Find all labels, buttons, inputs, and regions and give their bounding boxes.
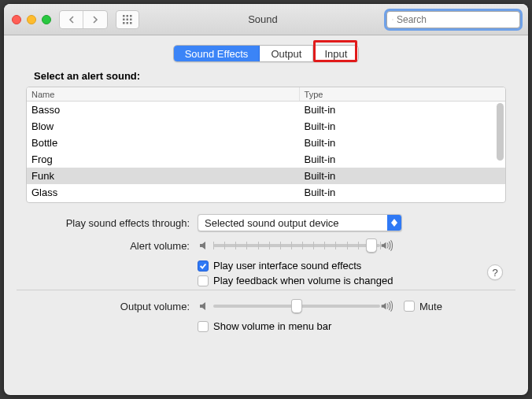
slider-thumb[interactable] [291, 299, 302, 313]
play-through-popup[interactable]: Selected sound output device [198, 214, 402, 231]
column-header-name[interactable]: Name [27, 87, 300, 101]
table-row[interactable]: Funk Built-in [27, 168, 505, 184]
titlebar: Sound [4, 4, 528, 35]
sound-tabs-wrap: Sound Effects Output Input [26, 45, 506, 62]
scrollbar-thumb[interactable] [497, 103, 504, 161]
cell-name: Basso [27, 104, 300, 116]
show-all-button[interactable] [116, 10, 139, 29]
table-row[interactable]: Blow Built-in [27, 118, 505, 135]
output-volume-slider[interactable] [213, 305, 380, 308]
cell-type: Built-in [300, 187, 505, 198]
zoom-window-button[interactable] [42, 15, 51, 24]
sound-preferences-window: Sound Sound Effects Output Input Select … [4, 4, 528, 395]
popup-arrows-icon [387, 215, 401, 231]
play-through-label: Play sound effects through: [26, 217, 198, 229]
cell-name: Bottle [27, 137, 300, 149]
window-controls [12, 15, 51, 24]
table-row[interactable]: Glass Built-in [27, 184, 505, 201]
back-button[interactable] [60, 11, 83, 28]
help-button[interactable]: ? [487, 264, 503, 280]
cell-name: Glass [27, 187, 300, 198]
output-volume-row: Output volume: Mute [26, 298, 506, 314]
svg-rect-3 [123, 18, 125, 20]
section-divider [17, 290, 515, 290]
close-window-button[interactable] [12, 15, 21, 24]
tab-output[interactable]: Output [260, 46, 313, 61]
cell-name: Frog [27, 153, 300, 165]
cell-type: Built-in [300, 120, 505, 132]
search-field-wrap[interactable] [386, 11, 520, 28]
slider-track [213, 305, 380, 308]
play-through-value: Selected sound output device [205, 217, 339, 229]
feedback-label: Play feedback when volume is changed [213, 275, 393, 286]
checkbox-box-checked-icon [198, 260, 209, 272]
play-through-row: Play sound effects through: Selected sou… [26, 214, 506, 231]
feedback-checkbox[interactable]: Play feedback when volume is changed [198, 275, 393, 286]
column-header-type[interactable]: Type [300, 87, 505, 101]
minimize-window-button[interactable] [27, 15, 36, 24]
forward-button[interactable] [83, 11, 107, 28]
table-body: Basso Built-in Blow Built-in Bottle Buil… [27, 102, 505, 202]
ui-sounds-checkbox[interactable]: Play user interface sound effects [198, 260, 361, 272]
search-input[interactable] [397, 14, 515, 25]
svg-rect-2 [130, 15, 132, 17]
slider-thumb[interactable] [366, 238, 377, 253]
ui-sounds-label: Play user interface sound effects [213, 260, 361, 272]
svg-rect-7 [127, 22, 129, 24]
cell-name: Funk [27, 170, 300, 182]
alert-volume-row: Alert volume: [26, 238, 506, 253]
search-icon [392, 15, 393, 24]
svg-point-9 [392, 19, 393, 20]
alert-volume-slider[interactable] [213, 244, 380, 247]
output-volume-label: Output volume: [26, 301, 198, 312]
cell-type: Built-in [300, 153, 505, 165]
table-row[interactable]: Basso Built-in [27, 102, 505, 118]
table-header: Name Type [27, 87, 505, 102]
menubar-checkbox-row: Show volume in menu bar [198, 320, 506, 332]
sound-tabs: Sound Effects Output Input [173, 45, 360, 62]
scrollbar[interactable] [497, 103, 504, 199]
table-row[interactable]: Frog Built-in [27, 151, 505, 168]
svg-rect-8 [130, 22, 132, 24]
volume-min-icon [198, 238, 213, 253]
cell-name: Blow [27, 120, 300, 132]
svg-rect-5 [130, 18, 132, 20]
checkbox-box-icon [198, 321, 209, 332]
checkbox-box-icon [198, 275, 209, 286]
mute-label: Mute [419, 301, 442, 312]
nav-back-forward-segment [59, 10, 108, 29]
grid-icon [123, 15, 132, 24]
svg-rect-0 [123, 15, 125, 17]
menubar-label: Show volume in menu bar [213, 320, 331, 332]
svg-rect-4 [127, 18, 129, 20]
cell-type: Built-in [300, 104, 505, 116]
checkbox-box-icon [404, 301, 415, 312]
volume-min-icon [198, 298, 213, 314]
alert-volume-label: Alert volume: [26, 240, 198, 252]
tab-sound-effects[interactable]: Sound Effects [174, 46, 260, 61]
show-in-menubar-checkbox[interactable]: Show volume in menu bar [198, 320, 331, 332]
tab-input[interactable]: Input [313, 46, 358, 61]
alert-sounds-table[interactable]: Name Type Basso Built-in Blow Built-in B… [26, 87, 506, 203]
svg-rect-6 [123, 22, 125, 24]
window-title: Sound [248, 13, 278, 25]
volume-max-icon [380, 238, 396, 253]
mute-checkbox[interactable]: Mute [404, 301, 442, 312]
table-row[interactable]: Bottle Built-in [27, 135, 505, 151]
volume-max-icon [380, 298, 396, 314]
content-area: Sound Effects Output Input Select an ale… [4, 35, 528, 395]
svg-rect-1 [127, 15, 129, 17]
cell-type: Built-in [300, 170, 505, 182]
slider-track [213, 244, 380, 247]
cell-type: Built-in [300, 137, 505, 149]
alert-sound-heading: Select an alert sound: [34, 70, 506, 82]
